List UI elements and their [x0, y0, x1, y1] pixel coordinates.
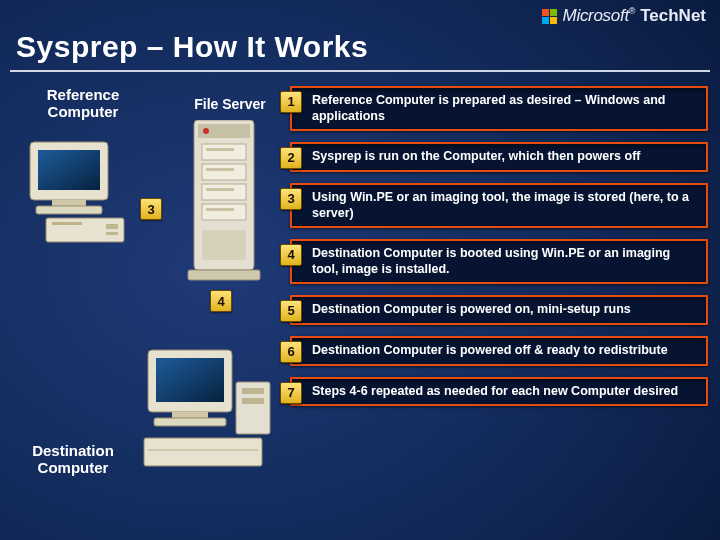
step-item: 1 Reference Computer is prepared as desi… [290, 86, 708, 131]
microsoft-squares-icon [542, 9, 557, 24]
diagram-badge-3: 3 [140, 198, 162, 220]
step-item: 5 Destination Computer is powered on, mi… [290, 295, 708, 325]
svg-rect-8 [52, 222, 82, 225]
step-number-badge: 4 [280, 244, 302, 266]
reference-computer-icon [22, 136, 132, 250]
step-number-badge: 7 [280, 382, 302, 404]
svg-rect-30 [242, 388, 264, 394]
brand-logo: Microsoft® TechNet [542, 6, 706, 26]
page-title: Sysprep – How It Works [16, 30, 704, 64]
svg-rect-21 [188, 270, 260, 280]
destination-computer-label: Destination Computer [18, 442, 128, 477]
svg-rect-14 [202, 184, 246, 200]
svg-rect-17 [206, 168, 234, 171]
brand-company: Microsoft [563, 6, 629, 25]
svg-rect-24 [156, 358, 224, 402]
step-text: Destination Computer is booted using Win… [312, 246, 670, 276]
registered-mark: ® [629, 6, 636, 16]
file-server-label: File Server [186, 96, 274, 112]
step-item: 3 Using Win.PE or an imaging tool, the i… [290, 183, 708, 228]
step-text: Destination Computer is powered on, mini… [312, 302, 631, 316]
step-number-badge: 5 [280, 300, 302, 322]
steps-list: 1 Reference Computer is prepared as desi… [290, 86, 708, 406]
step-text: Steps 4-6 repeated as needed for each ne… [312, 384, 678, 398]
destination-computer-icon [138, 342, 278, 476]
svg-rect-12 [202, 144, 246, 160]
title-area: Sysprep – How It Works [10, 30, 710, 72]
svg-rect-2 [38, 150, 100, 190]
step-item: 7 Steps 4-6 repeated as needed for each … [290, 377, 708, 407]
svg-rect-19 [206, 208, 234, 211]
step-item: 4 Destination Computer is booted using W… [290, 239, 708, 284]
svg-rect-5 [46, 218, 124, 242]
svg-rect-20 [202, 230, 246, 260]
svg-rect-7 [106, 232, 118, 235]
svg-rect-6 [106, 224, 118, 229]
svg-rect-26 [154, 418, 226, 426]
svg-rect-18 [206, 188, 234, 191]
step-text: Reference Computer is prepared as desire… [312, 93, 665, 123]
file-server-icon [184, 120, 274, 294]
svg-rect-25 [172, 412, 208, 418]
svg-rect-3 [52, 200, 86, 206]
svg-rect-16 [206, 148, 234, 151]
reference-computer-label: Reference Computer [28, 86, 138, 121]
step-text: Using Win.PE or an imaging tool, the ima… [312, 190, 689, 220]
diagram-badge-4: 4 [210, 290, 232, 312]
svg-rect-4 [36, 206, 102, 214]
step-item: 2 Sysprep is run on the Computer, which … [290, 142, 708, 172]
svg-rect-31 [242, 398, 264, 404]
step-item: 6 Destination Computer is powered off & … [290, 336, 708, 366]
svg-rect-13 [202, 164, 246, 180]
step-text: Sysprep is run on the Computer, which th… [312, 149, 641, 163]
svg-rect-27 [144, 438, 262, 466]
step-text: Destination Computer is powered off & re… [312, 343, 668, 357]
brand-product: TechNet [640, 6, 706, 25]
step-number-badge: 2 [280, 147, 302, 169]
step-number-badge: 1 [280, 91, 302, 113]
step-number-badge: 3 [280, 188, 302, 210]
svg-rect-15 [202, 204, 246, 220]
svg-point-11 [203, 128, 209, 134]
step-number-badge: 6 [280, 341, 302, 363]
